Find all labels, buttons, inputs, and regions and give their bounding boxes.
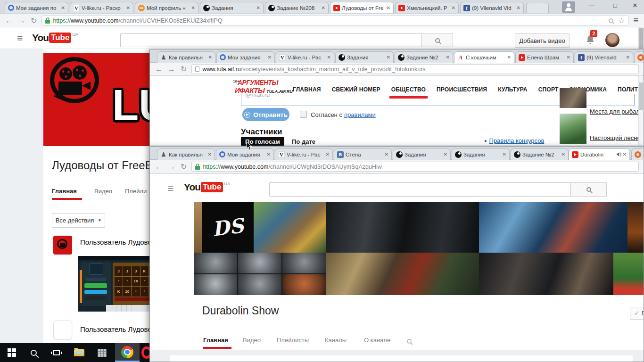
maximize-button[interactable]: □ <box>608 2 622 9</box>
rules-link[interactable]: правилами <box>344 111 376 118</box>
browser-tab[interactable]: Задание №2✕ <box>511 148 569 160</box>
url-bar[interactable]: https://www.youtube.com/channel/UCWgNd3r… <box>191 162 639 172</box>
nav-sport[interactable]: СПОРТ <box>538 86 559 93</box>
tab-close-icon[interactable]: ✕ <box>626 55 630 60</box>
back-icon[interactable]: ← <box>5 17 13 25</box>
minimize-button[interactable]: — <box>585 2 599 9</box>
browser-tab[interactable]: Хмельницкий. Р✕ <box>395 2 459 13</box>
new-tab-button[interactable] <box>526 3 549 13</box>
nav-kultura[interactable]: КУЛЬТУРА <box>498 86 527 93</box>
browser-tab[interactable]: (9) Vilenavld Vld✕ <box>460 2 524 13</box>
browser-tab[interactable]: V-like.ru - Рас✕ <box>276 51 334 63</box>
file-explorer-button[interactable] <box>72 343 87 362</box>
tab-close-icon[interactable]: ✕ <box>326 152 330 157</box>
sidebar-thumbnail[interactable] <box>560 114 586 144</box>
tab-about[interactable]: О канале <box>364 337 390 344</box>
url-bar[interactable]: https://www.youtube.com/channel/UCVtHEKO… <box>41 16 628 25</box>
account-avatar[interactable] <box>605 33 619 47</box>
browser-tab[interactable]: Как правильн✕ <box>157 51 215 63</box>
search-input[interactable] <box>120 33 422 47</box>
tab-home[interactable]: Главная <box>203 337 228 344</box>
feed-avatar-empty[interactable] <box>53 321 72 339</box>
contest-rules-link[interactable]: Правила конкурсов <box>489 137 545 144</box>
chrome-taskbar-button-active[interactable] <box>115 343 140 362</box>
taskbar-search-button[interactable] <box>26 343 41 362</box>
opera-taskbar-button[interactable] <box>140 343 149 362</box>
tab-close-icon[interactable]: ✕ <box>268 55 272 60</box>
browser-tab[interactable]: V-like.ru - Раскр✕ <box>70 2 133 13</box>
tab-close-icon[interactable]: ✕ <box>267 152 271 157</box>
search-input[interactable] <box>269 182 571 197</box>
browser-tab[interactable]: Задание №208✕ <box>265 2 329 13</box>
browser-tab[interactable] <box>634 51 644 63</box>
scrollbar[interactable] <box>638 76 644 146</box>
menu-icon[interactable]: ≡ <box>633 16 638 25</box>
youtube-logo[interactable]: You Tube UA <box>32 33 78 43</box>
tab-close-icon[interactable]: ✕ <box>444 152 447 157</box>
scrollbar-thumb[interactable] <box>639 82 643 110</box>
scrollbar-thumb[interactable] <box>639 28 644 49</box>
tab-close-icon[interactable]: ✕ <box>322 5 325 10</box>
tab-close-icon[interactable]: ✕ <box>61 5 65 10</box>
browser-tab-active[interactable]: С кошачьим✕ <box>454 51 514 63</box>
browser-tab[interactable]: V-like.ru - Рас✕ <box>275 148 333 160</box>
sidebar-link[interactable]: Места для рыбалки в К <box>590 108 644 115</box>
tab-close-icon[interactable]: ✕ <box>623 152 627 157</box>
forward-icon[interactable]: → <box>168 66 175 73</box>
browser-tab[interactable]: (9) Vilenavld✕ <box>575 51 633 63</box>
browser-tab-active[interactable]: Durabolin ✕ <box>569 148 630 160</box>
tab-home[interactable]: Главная <box>52 188 77 195</box>
nav-obshchestvo-active[interactable]: ОБЩЕСТВО <box>391 86 426 93</box>
back-icon[interactable]: ← <box>155 66 163 73</box>
video-thumbnail-slots[interactable]: JJJK10 **10*K K10**Q <box>78 256 160 312</box>
browser-tab[interactable]: Елена Шрам✕ <box>515 51 574 63</box>
tab-videos[interactable]: Видео <box>94 188 112 195</box>
tab-playlists[interactable]: Плейли <box>125 188 147 195</box>
nav-svezhiy-nomer[interactable]: СВЕЖИЙ НОМЕР <box>332 86 380 93</box>
tab-speaker-icon[interactable] <box>616 152 621 157</box>
guide-hamburger-icon[interactable]: ≡ <box>168 183 173 193</box>
tab-close-icon[interactable]: ✕ <box>387 5 390 10</box>
browser-tab[interactable]: Как правильн✕ <box>157 148 215 160</box>
tab-videos[interactable]: Видео <box>243 337 261 344</box>
browser-tab[interactable]: Мой профиль «✕ <box>135 2 198 13</box>
add-video-button[interactable]: Добавить видео <box>515 33 570 48</box>
tab-close-icon[interactable]: ✕ <box>387 55 390 60</box>
profile-icon[interactable] <box>562 1 575 13</box>
url-bar[interactable]: www.tula.aif.ru/society/events/s_koshach… <box>191 64 639 74</box>
browser-tab-active[interactable]: Лудоводы от Fre✕ <box>330 2 394 13</box>
aif-logo[interactable]: 16+ АРГУМЕНТЫ ИФАКТЫ TULA.AIF.RU <box>234 78 293 94</box>
sidebar-link[interactable]: Настоящий лесной вне <box>590 134 644 141</box>
tab-close-icon[interactable]: ✕ <box>191 5 195 10</box>
browser-tab[interactable]: Стена✕ <box>334 148 392 160</box>
tab-close-icon[interactable]: ✕ <box>503 152 506 157</box>
defender-button[interactable] <box>94 343 109 362</box>
search-button[interactable] <box>422 33 453 47</box>
browser-tab[interactable] <box>631 148 644 160</box>
agree-checkbox[interactable] <box>300 111 307 118</box>
nav-glavnaya[interactable]: ГЛАВНАЯ <box>293 86 321 93</box>
search-button[interactable] <box>571 182 607 197</box>
nav-proisshestviya[interactable]: ПРОИСШЕСТВИЯ <box>437 86 487 93</box>
browser-tab[interactable]: Мои задания по✕ <box>5 2 68 13</box>
browser-tab[interactable]: Задания✕ <box>200 2 264 13</box>
tab-close-icon[interactable]: ✕ <box>208 55 212 60</box>
forward-icon[interactable]: → <box>18 17 25 25</box>
browser-tab[interactable]: Мои задания✕ <box>216 148 274 160</box>
tab-close-icon[interactable]: ✕ <box>452 5 455 10</box>
reload-icon[interactable]: ↻ <box>31 17 37 25</box>
contest-rules-link-wrap[interactable]: ▸ Правила конкурсов <box>485 137 544 144</box>
tab-close-icon[interactable]: ✕ <box>567 55 570 60</box>
browser-tab[interactable]: Задание №2✕ <box>395 51 453 63</box>
start-button[interactable] <box>5 343 19 362</box>
zoom-icon[interactable] <box>609 18 613 23</box>
reload-icon[interactable]: ↻ <box>181 66 187 73</box>
browser-tab[interactable]: Задания✕ <box>335 51 394 63</box>
back-icon[interactable]: ← <box>155 163 163 171</box>
tab-close-icon[interactable]: ✕ <box>208 152 212 157</box>
youtube-logo[interactable]: You Tube UA <box>184 182 230 192</box>
sort-by-date-tab[interactable]: По дате <box>292 138 315 145</box>
feed-avatar[interactable] <box>53 236 72 255</box>
task-view-button[interactable] <box>49 343 63 362</box>
all-actions-dropdown[interactable]: Все действия▼ <box>52 213 105 228</box>
